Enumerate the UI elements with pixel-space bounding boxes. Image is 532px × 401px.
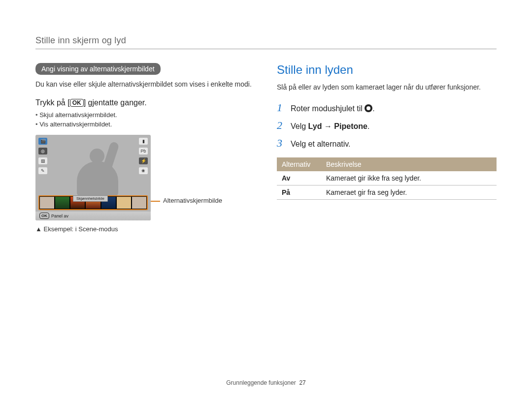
macro-icon: ❀ — [139, 167, 148, 174]
person-silhouette — [65, 142, 124, 196]
table-row: På Kameraet gir fra seg lyder. — [277, 185, 497, 199]
step-text: Roter modushjulet til — [291, 104, 365, 113]
footer-page-number: 27 — [299, 379, 305, 386]
option-desc: Kameraet gir ikke fra seg lyder. — [321, 171, 497, 185]
option-key: Av — [277, 171, 321, 185]
table-header-desc: Beskrivelse — [321, 157, 497, 171]
callout-label: Alternativskjermbilde — [163, 197, 222, 204]
focus-icon: ◎ — [38, 148, 47, 154]
step-text-suffix: . — [372, 104, 374, 113]
page-footer: Grunnleggende funksjoner 27 — [0, 379, 532, 386]
option-key: På — [277, 185, 321, 199]
section-divider — [35, 49, 497, 49]
scene-chip: Skjønnhetsbilde — [73, 195, 108, 202]
options-table: Alternativ Beskrivelse Av Kameraet gir i… — [277, 157, 497, 200]
footer-chapter: Grunnleggende funksjoner — [226, 379, 296, 386]
menu-path-bold: Pipetone — [334, 122, 367, 130]
step-number: 3 — [277, 137, 286, 150]
list-item: Skjul alternativskjermbildet. — [35, 111, 255, 119]
step-2: 2 Velg Lyd → Pipetone. — [277, 119, 497, 132]
arrow: → — [322, 122, 334, 130]
movie-icon: 🎬 — [38, 138, 47, 145]
timer-icon: ✎ — [38, 167, 47, 174]
press-prefix: Trykk på [ — [35, 98, 70, 107]
option-desc: Kameraet gir fra seg lyder. — [321, 185, 497, 199]
ok-badge: OK — [70, 99, 84, 107]
menu-path-bold: Lyd — [308, 122, 322, 130]
right-intro-text: Slå på eller av lyden som kameraet lager… — [277, 83, 497, 93]
left-column: Angi visning av alternativskjermbildet D… — [35, 63, 255, 233]
steps-list: 1 Roter modushjulet til . 2 Velg Lyd → P… — [277, 101, 497, 150]
panel-text: Panel av — [51, 214, 68, 218]
camera-lcd-illustration: 🎬 ◎ ▧ ✎ ▮ Pb ⚡ ❀ Skjønnhetsbilde — [35, 135, 151, 220]
bullet-list: Skjul alternativskjermbildet. Vis altern… — [35, 111, 255, 128]
example-caption: ▲ Eksempel: i Scene-modus — [35, 225, 255, 233]
battery-icon: ▮ — [139, 138, 148, 145]
press-instruction: Trykk på [OK] gjentatte ganger. — [35, 98, 255, 107]
subsection-pill: Angi visning av alternativskjermbildet — [35, 63, 161, 75]
step-1: 1 Roter modushjulet til . — [277, 101, 497, 114]
step-text: Velg et alternativ. — [291, 140, 351, 149]
step-number: 1 — [277, 101, 286, 114]
pb-icon: Pb — [139, 148, 148, 154]
list-item: Vis alternativskjermbildet. — [35, 121, 255, 128]
table-header-option: Alternativ — [277, 157, 321, 171]
ok-badge-small: OK — [39, 213, 49, 219]
size-icon: ▧ — [38, 157, 47, 164]
right-column: Stille inn lyden Slå på eller av lyden s… — [277, 63, 497, 233]
callout-line — [150, 201, 160, 202]
table-row: Av Kameraet gir ikke fra seg lyder. — [277, 171, 497, 185]
panel-bar: OK Panel av — [35, 212, 151, 220]
step-text-suffix: . — [367, 122, 369, 130]
step-text: Velg — [291, 122, 308, 130]
gear-icon — [365, 104, 372, 112]
step-number: 2 — [277, 119, 286, 132]
step-3: 3 Velg et alternativ. — [277, 137, 497, 150]
press-suffix: ] gjentatte ganger. — [84, 98, 147, 107]
left-intro-text: Du kan vise eller skjule alternativskjer… — [35, 80, 255, 90]
right-heading: Stille inn lyden — [277, 63, 497, 77]
section-title: Stille inn skjerm og lyd — [35, 35, 497, 46]
flash-icon: ⚡ — [139, 157, 148, 164]
